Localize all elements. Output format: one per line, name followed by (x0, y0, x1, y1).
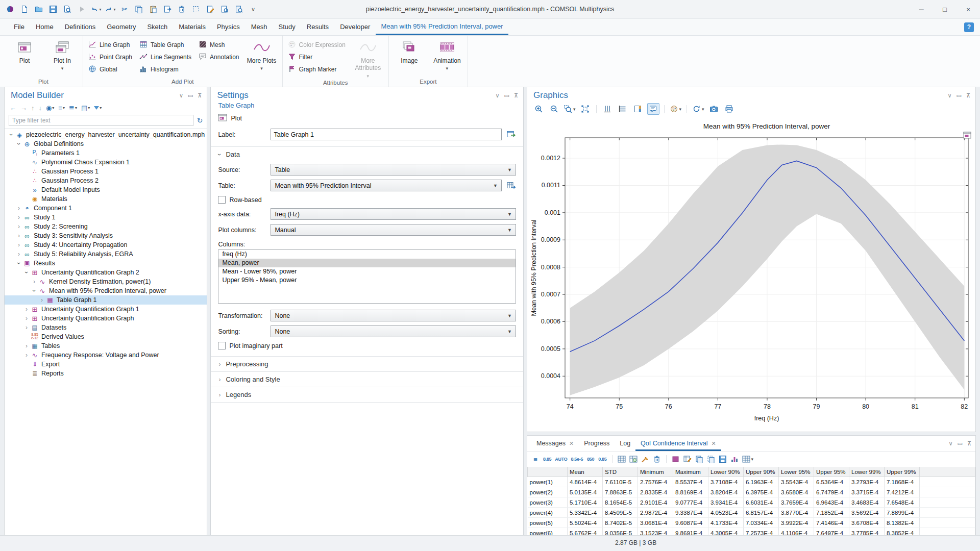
tree-filter-input[interactable] (9, 115, 193, 126)
chevron-expanded-icon[interactable]: › (23, 269, 30, 276)
table-graph-button[interactable]: Table Graph (139, 40, 191, 49)
collapse-all-icon[interactable]: ≣▾ (69, 104, 77, 112)
tree-item-default-model-inputs[interactable]: »Default Model Inputs (5, 185, 207, 194)
zoom-in-icon[interactable] (532, 103, 545, 115)
menu-study[interactable]: Study (273, 23, 301, 31)
chevron-expanded-icon[interactable]: › (16, 140, 22, 147)
chevron-collapsed-icon[interactable]: › (15, 205, 22, 211)
tree-item-derived-values[interactable]: 8.85e-12Derived Values (5, 332, 207, 341)
table-row[interactable]: power(4)5.3342E-48.4509E-52.9872E-49.338… (528, 508, 975, 518)
locale-icon[interactable] (629, 455, 638, 464)
precision-885-icon[interactable]: 8.85 (543, 455, 551, 464)
filter-icon[interactable]: ▾ (94, 106, 102, 110)
back-icon[interactable]: ← (10, 104, 16, 112)
transformation-select[interactable]: None▼ (271, 310, 516, 321)
color-expression-button[interactable]: Color Expression (288, 40, 346, 49)
tree-item-uncertainty-quantification-graph-1[interactable]: ›⊞Uncertainty Quantification Graph 1 (5, 305, 207, 314)
full-precision-icon[interactable] (618, 455, 626, 464)
table-menu-icon[interactable]: ▾ (742, 455, 754, 464)
delete-icon[interactable] (176, 3, 188, 15)
columns-item-mean-power[interactable]: Mean, power (218, 259, 516, 267)
tree-item-kernel-density-estimation-power-1[interactable]: ›∿Kernel Density Estimation, power(1) (5, 277, 207, 286)
annotation-button[interactable]: Annotation (199, 53, 239, 62)
pin-panel-icon[interactable]: ⊼ (966, 92, 970, 99)
histogram-button[interactable]: Histogram (139, 65, 191, 74)
tree-item-mean-with-95-prediction-interval-power[interactable]: ›∿Mean with 95% Prediction Interval, pow… (5, 286, 207, 295)
copy-icon[interactable] (133, 3, 145, 15)
toolbar-more-icon[interactable]: ∨ (247, 3, 259, 15)
plot-data-badge-icon[interactable] (963, 132, 971, 141)
tab-contextual-plot[interactable]: Mean with 95% Prediction Interval, power (376, 19, 508, 35)
chevron-collapsed-icon[interactable]: › (38, 297, 45, 303)
table-row[interactable]: power(3)5.1710E-48.1654E-52.9101E-49.077… (528, 497, 975, 508)
columns-item-freq-hz[interactable]: freq (Hz) (218, 250, 516, 259)
section-coloring-and-style[interactable]: ›Coloring and Style (211, 372, 523, 387)
tree-item-polynomial-chaos-expansion-1[interactable]: ∿Polynomial Chaos Expansion 1 (5, 158, 207, 167)
tree-item-study-1[interactable]: ›∞Study 1 (5, 213, 207, 222)
tab-progress[interactable]: Progress (579, 436, 615, 451)
global-button[interactable]: Global (88, 65, 132, 74)
tree-item-global-definitions[interactable]: ›⊕Global Definitions (5, 139, 207, 148)
pin-panel-icon[interactable]: ⊼ (967, 440, 971, 447)
tree-item-gaussian-process-1[interactable]: ∴Gaussian Process 1 (5, 167, 207, 176)
tree-item-tables[interactable]: ›▦Tables (5, 341, 207, 350)
clear-table-icon[interactable] (653, 455, 661, 464)
tree-item-datasets[interactable]: ›▤Datasets (5, 323, 207, 332)
table-row[interactable]: power(1)4.8614E-47.6110E-52.7576E-48.553… (528, 477, 975, 487)
menu-file[interactable]: File (8, 23, 30, 31)
float-panel-icon[interactable]: ▭ (188, 92, 193, 99)
forward-icon[interactable]: → (20, 104, 27, 112)
plot-button[interactable]: Plot (211, 109, 523, 127)
source-select[interactable]: Table▼ (271, 164, 516, 176)
tab-messages[interactable]: Messages✕ (531, 436, 579, 451)
app-icon[interactable] (4, 3, 16, 15)
export-table-icon[interactable] (719, 455, 727, 464)
close-tab-icon[interactable]: ✕ (569, 440, 574, 447)
zoom-box-icon[interactable]: ▾ (563, 103, 576, 115)
chevron-collapsed-icon[interactable]: › (31, 279, 38, 285)
help-icon[interactable]: ? (964, 22, 974, 32)
mesh-button[interactable]: Mesh (199, 40, 239, 49)
filter-button[interactable]: Filter (288, 53, 346, 62)
pin-panel-icon[interactable]: ⊼ (514, 92, 518, 99)
section-legends[interactable]: ›Legends (211, 387, 523, 402)
tree-item-study-5-reliability-analysis-egra[interactable]: ›∞Study 5: Reliability Analysis, EGRA (5, 249, 207, 259)
collapse-panel-icon[interactable]: ∨ (947, 92, 951, 99)
animation-button[interactable]: Animation▾ (432, 37, 462, 72)
minimize-button[interactable]: ─ (910, 1, 933, 18)
print-icon[interactable] (723, 103, 736, 115)
chevron-collapsed-icon[interactable]: › (23, 306, 30, 312)
tree-item-materials[interactable]: ◉Materials (5, 194, 207, 204)
more-attributes-button[interactable]: More Attributes▾ (353, 37, 383, 79)
tab-log[interactable]: Log (615, 436, 635, 451)
chart-canvas[interactable]: 7475767778798081820.00040.00050.00060.00… (527, 117, 975, 432)
chevron-collapsed-icon[interactable]: › (15, 223, 22, 230)
tree-item-parameters-1[interactable]: PiParameters 1 (5, 148, 207, 158)
collapse-panel-icon[interactable]: ∨ (948, 440, 952, 447)
select-frame-icon[interactable] (190, 3, 202, 15)
undo-icon[interactable]: ▾ (90, 3, 102, 15)
columns-item-mean-lower-95-power[interactable]: Mean - Lower 95%, power (218, 267, 516, 276)
cut-icon[interactable]: ✂ (118, 3, 131, 15)
table-settings-icon[interactable]: ≡ (531, 455, 540, 464)
line-graph-button[interactable]: Line Graph (88, 40, 132, 49)
chevron-collapsed-icon[interactable]: › (15, 214, 22, 220)
zoom-out-icon[interactable] (548, 103, 560, 115)
table-plot-icon[interactable] (730, 455, 739, 464)
float-panel-icon[interactable]: ▭ (504, 92, 509, 99)
refresh-filter-icon[interactable]: ↻ (197, 116, 203, 124)
sorting-select[interactable]: None▼ (271, 325, 516, 337)
tree-item-frequency-response-voltage-and-power[interactable]: ›∿Frequency Response: Voltage and Power (5, 350, 207, 360)
data-section-header[interactable]: › Data (211, 147, 523, 162)
tree-item-study-4-uncertainty-propagation[interactable]: ›∞Study 4: Uncertainty Propagation (5, 240, 207, 249)
table-select[interactable]: Mean with 95% Prediction Interval▼ (271, 180, 502, 191)
pin-panel-icon[interactable]: ⊼ (198, 92, 202, 99)
insert-icon[interactable] (161, 3, 174, 15)
chevron-collapsed-icon[interactable]: › (15, 242, 22, 248)
play-icon[interactable] (76, 3, 88, 15)
move-up-icon[interactable]: ↑ (31, 104, 35, 112)
tree-item-gaussian-process-2[interactable]: ∴Gaussian Process 2 (5, 176, 207, 185)
maximize-button[interactable]: □ (933, 1, 957, 18)
tree-item-uncertainty-quantification-graph-2[interactable]: ›⊞Uncertainty Quantification Graph 2 (5, 268, 207, 277)
annotate-icon[interactable] (204, 3, 216, 15)
